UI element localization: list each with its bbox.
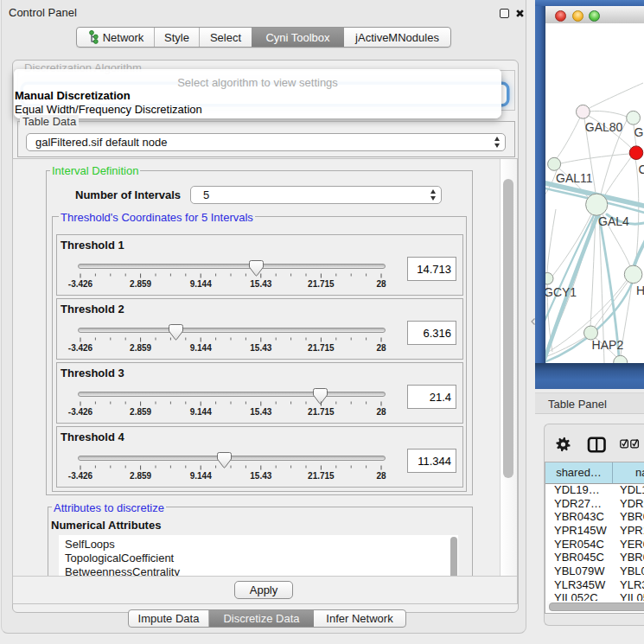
svg-text:H: H: [636, 284, 644, 297]
svg-text:GAL4: GAL4: [598, 214, 629, 228]
svg-text:G.: G.: [634, 125, 644, 139]
svg-text:GAL11: GAL11: [556, 171, 593, 185]
svg-text:GCY1: GCY1: [545, 285, 577, 299]
svg-text:GAL80: GAL80: [585, 120, 623, 134]
svg-text:HAP2: HAP2: [592, 338, 624, 352]
svg-text:C: C: [638, 163, 644, 176]
